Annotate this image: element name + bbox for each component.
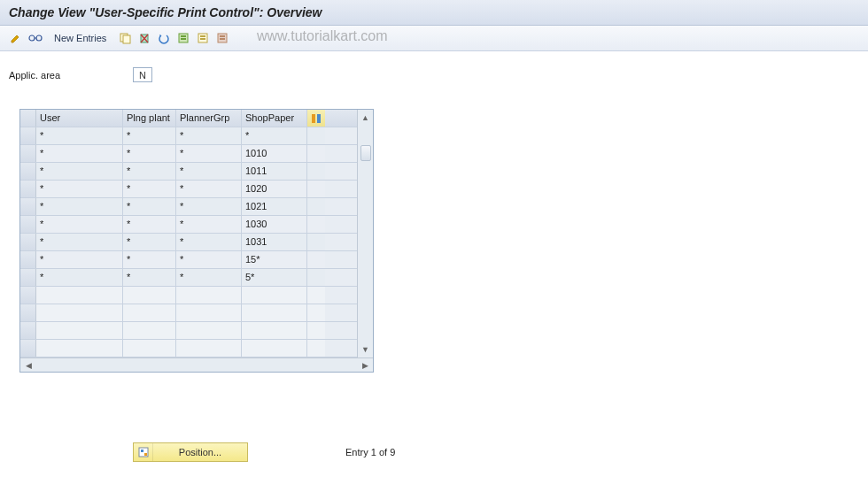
- table-row[interactable]: ***5*: [20, 269, 357, 287]
- cell-plant[interactable]: [123, 340, 176, 357]
- cell-plant[interactable]: [123, 287, 176, 304]
- cell-shoppaper[interactable]: 1021: [242, 198, 307, 215]
- cell-plant[interactable]: *: [123, 234, 176, 250]
- cell-shoppaper[interactable]: 5*: [242, 269, 307, 286]
- cell-shoppaper[interactable]: [242, 287, 307, 304]
- cell-user[interactable]: *: [36, 216, 123, 233]
- scroll-thumb[interactable]: [360, 145, 371, 161]
- row-selector[interactable]: [20, 234, 36, 250]
- cell-plannergrp[interactable]: *: [176, 216, 242, 233]
- vertical-scrollbar[interactable]: ▲ ▼: [357, 110, 373, 357]
- table-row[interactable]: ***1021: [20, 198, 357, 216]
- cell-user[interactable]: *: [36, 269, 123, 286]
- select-all-icon[interactable]: [174, 29, 192, 47]
- undo-icon[interactable]: [155, 29, 173, 47]
- cell-plant[interactable]: [123, 304, 176, 321]
- cell-plant[interactable]: *: [123, 216, 176, 233]
- cell-plannergrp[interactable]: [176, 304, 242, 321]
- applic-area-input[interactable]: [133, 67, 152, 82]
- table-row[interactable]: ***1031: [20, 234, 357, 251]
- table-row-empty[interactable]: [20, 322, 357, 340]
- cell-user[interactable]: *: [36, 251, 123, 268]
- new-entries-button[interactable]: New Entries: [46, 29, 114, 47]
- cell-plannergrp[interactable]: *: [176, 127, 242, 144]
- glasses-icon[interactable]: [27, 29, 44, 47]
- cell-plant[interactable]: *: [123, 181, 176, 197]
- copy-as-icon[interactable]: [116, 29, 134, 47]
- cell-shoppaper[interactable]: 1011: [242, 163, 307, 180]
- cell-plannergrp[interactable]: *: [176, 269, 242, 286]
- table-row[interactable]: ***1020: [20, 181, 357, 198]
- cell-shoppaper[interactable]: 1020: [242, 181, 307, 197]
- row-selector[interactable]: [20, 216, 36, 233]
- col-user[interactable]: User: [36, 110, 123, 127]
- cell-plannergrp[interactable]: *: [176, 251, 242, 268]
- row-selector[interactable]: [20, 251, 36, 268]
- cell-plannergrp[interactable]: *: [176, 234, 242, 250]
- cell-plant[interactable]: *: [123, 163, 176, 180]
- cell-plant[interactable]: *: [123, 145, 176, 162]
- table-row[interactable]: ***1011: [20, 163, 357, 181]
- row-selector[interactable]: [20, 322, 36, 339]
- row-selector[interactable]: [20, 127, 36, 144]
- row-selector[interactable]: [20, 198, 36, 215]
- position-button[interactable]: Position...: [133, 442, 248, 462]
- cell-plannergrp[interactable]: *: [176, 145, 242, 162]
- table-row[interactable]: ****: [20, 127, 357, 145]
- scroll-up-icon[interactable]: ▲: [360, 111, 372, 124]
- cell-shoppaper[interactable]: 1010: [242, 145, 307, 162]
- cell-user[interactable]: [36, 304, 123, 321]
- select-block-icon[interactable]: [194, 29, 212, 47]
- deselect-all-icon[interactable]: [213, 29, 231, 47]
- cell-shoppaper[interactable]: [242, 304, 307, 321]
- delete-icon[interactable]: [136, 29, 153, 47]
- row-selector[interactable]: [20, 287, 36, 304]
- cell-user[interactable]: [36, 340, 123, 357]
- cell-plant[interactable]: *: [123, 198, 176, 215]
- table-row-empty[interactable]: [20, 340, 357, 357]
- scroll-left-icon[interactable]: ◀: [22, 360, 35, 371]
- cell-shoppaper[interactable]: 1031: [242, 234, 307, 250]
- cell-plannergrp[interactable]: [176, 287, 242, 304]
- row-selector[interactable]: [20, 145, 36, 162]
- cell-plant[interactable]: *: [123, 251, 176, 268]
- row-selector[interactable]: [20, 163, 36, 180]
- table-row[interactable]: ***15*: [20, 251, 357, 269]
- cell-user[interactable]: *: [36, 145, 123, 162]
- cell-user[interactable]: *: [36, 127, 123, 144]
- cell-user[interactable]: *: [36, 198, 123, 215]
- col-shoppaper[interactable]: ShopPaper: [242, 110, 307, 127]
- cell-plannergrp[interactable]: *: [176, 198, 242, 215]
- scroll-down-icon[interactable]: ▼: [360, 343, 372, 356]
- table-row[interactable]: ***1010: [20, 145, 357, 163]
- col-plannergrp[interactable]: PlannerGrp: [176, 110, 242, 127]
- cell-plannergrp[interactable]: [176, 340, 242, 357]
- cell-plannergrp[interactable]: *: [176, 163, 242, 180]
- col-plant[interactable]: Plng plant: [123, 110, 176, 127]
- cell-user[interactable]: *: [36, 234, 123, 250]
- cell-shoppaper[interactable]: 15*: [242, 251, 307, 268]
- cell-shoppaper[interactable]: [242, 340, 307, 357]
- row-selector[interactable]: [20, 340, 36, 357]
- row-selector-header[interactable]: [20, 110, 36, 127]
- cell-plant[interactable]: *: [123, 269, 176, 286]
- cell-user[interactable]: *: [36, 163, 123, 180]
- table-row-empty[interactable]: [20, 304, 357, 322]
- scroll-right-icon[interactable]: ▶: [359, 360, 371, 371]
- cell-plant[interactable]: [123, 322, 176, 339]
- cell-user[interactable]: [36, 287, 123, 304]
- row-selector[interactable]: [20, 269, 36, 286]
- cell-user[interactable]: *: [36, 181, 123, 197]
- table-settings-icon[interactable]: [307, 110, 325, 127]
- cell-plant[interactable]: *: [123, 127, 176, 144]
- cell-plannergrp[interactable]: *: [176, 181, 242, 197]
- cell-shoppaper[interactable]: [242, 322, 307, 339]
- cell-plannergrp[interactable]: [176, 322, 242, 339]
- table-row[interactable]: ***1030: [20, 216, 357, 234]
- cell-user[interactable]: [36, 322, 123, 339]
- horizontal-scrollbar[interactable]: ◀ ▶: [20, 357, 373, 372]
- row-selector[interactable]: [20, 181, 36, 197]
- table-row-empty[interactable]: [20, 287, 357, 304]
- cell-shoppaper[interactable]: 1030: [242, 216, 307, 233]
- cell-shoppaper[interactable]: *: [242, 127, 307, 144]
